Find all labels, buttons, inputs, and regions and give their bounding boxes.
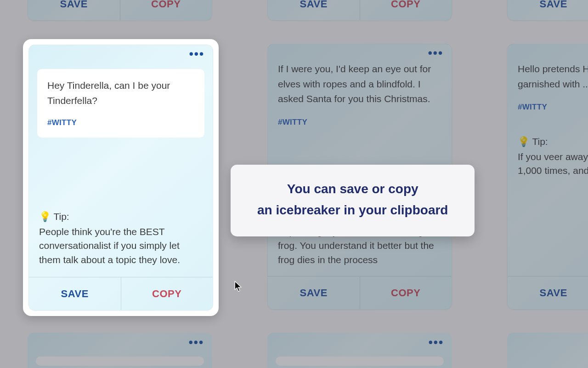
- card-actions: SAVE COPY: [508, 276, 588, 309]
- save-button[interactable]: SAVE: [28, 0, 120, 20]
- card-message: [276, 356, 444, 366]
- icebreaker-card: SAVE COPY: [267, 0, 452, 21]
- copy-button[interactable]: COPY: [360, 276, 452, 309]
- icebreaker-card: ••• Hey Tinderella, can I be your Tinder…: [28, 45, 213, 310]
- grid-col-3: SAVE COPY ••• Hello pretends Here's your…: [507, 0, 588, 368]
- card-message: [36, 356, 204, 366]
- card-message: If I were you, I'd keep an eye out for e…: [268, 44, 452, 110]
- icebreaker-card: •••: [267, 333, 452, 368]
- tip-text: If you veer away attributes, which 1,000…: [518, 150, 588, 178]
- card-actions: SAVE COPY: [28, 0, 212, 20]
- card-message-box: Hey Tinderella, can I be your Tinderfell…: [37, 69, 204, 138]
- card-actions: SAVE COPY: [268, 276, 452, 309]
- card-tag[interactable]: #WITTY: [508, 95, 588, 120]
- onboarding-tooltip: You can save or copy an icebreaker in yo…: [231, 165, 475, 236]
- card-tip: 💡 Tip: If you veer away attributes, whic…: [508, 120, 588, 187]
- copy-button[interactable]: COPY: [120, 0, 212, 20]
- tooltip-line-1: You can save or copy: [257, 178, 448, 200]
- icebreaker-card: ••• Hello pretends Here's your ice garni…: [507, 44, 588, 310]
- card-message: Hey Tinderella, can I be your Tinderfell…: [47, 78, 194, 108]
- icebreaker-card: •••: [28, 333, 212, 368]
- save-button[interactable]: SAVE: [508, 276, 588, 309]
- save-button[interactable]: SAVE: [268, 276, 360, 309]
- save-button[interactable]: SAVE: [268, 0, 360, 20]
- copy-button[interactable]: COPY: [360, 0, 452, 20]
- icebreaker-card: •••: [507, 333, 588, 368]
- cursor-icon: [234, 281, 243, 293]
- tip-label: 💡 Tip:: [39, 209, 203, 224]
- tip-label: 💡 Tip:: [518, 135, 588, 149]
- more-icon[interactable]: •••: [189, 340, 204, 345]
- save-button[interactable]: SAVE: [508, 0, 588, 20]
- card-actions: SAVE COPY: [268, 0, 452, 20]
- card-actions: SAVE COPY: [508, 0, 588, 20]
- icebreaker-card: SAVE COPY: [507, 0, 588, 21]
- more-icon[interactable]: •••: [189, 52, 204, 56]
- tip-text: People think you're the BEST conversatio…: [39, 225, 203, 267]
- card-actions: SAVE COPY: [29, 277, 213, 310]
- save-button[interactable]: SAVE: [29, 277, 121, 310]
- card-message: Hello pretends Here's your ice garnished…: [508, 44, 588, 95]
- icebreaker-card: SAVE COPY: [28, 0, 212, 21]
- card-tag[interactable]: #WITTY: [47, 118, 194, 127]
- more-icon[interactable]: •••: [428, 51, 443, 55]
- copy-button[interactable]: COPY: [121, 277, 213, 310]
- more-icon[interactable]: •••: [429, 340, 444, 345]
- tooltip-line-2: an icebreaker in your clipboard: [257, 200, 448, 221]
- highlighted-card-wrapper: ••• Hey Tinderella, can I be your Tinder…: [23, 39, 219, 316]
- card-tag[interactable]: #WITTY: [268, 110, 452, 135]
- card-tip: 💡 Tip: People think you're the BEST conv…: [29, 209, 213, 277]
